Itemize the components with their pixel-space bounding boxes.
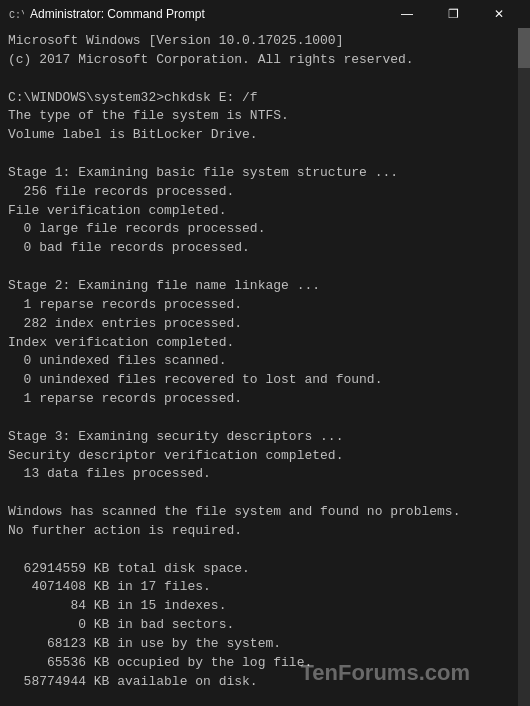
restore-button[interactable]: ❐	[430, 0, 476, 28]
svg-text:C:\: C:\	[9, 10, 24, 21]
window: C:\ Administrator: Command Prompt — ❐ ✕ …	[0, 0, 530, 706]
title-bar-text: Administrator: Command Prompt	[30, 7, 384, 21]
title-bar-controls: — ❐ ✕	[384, 0, 522, 28]
scrollbar[interactable]	[518, 28, 530, 706]
terminal-output: Microsoft Windows [Version 10.0.17025.10…	[0, 28, 530, 706]
minimize-button[interactable]: —	[384, 0, 430, 28]
close-button[interactable]: ✕	[476, 0, 522, 28]
cmd-icon: C:\	[8, 6, 24, 22]
scrollbar-thumb[interactable]	[518, 28, 530, 68]
title-bar: C:\ Administrator: Command Prompt — ❐ ✕	[0, 0, 530, 28]
